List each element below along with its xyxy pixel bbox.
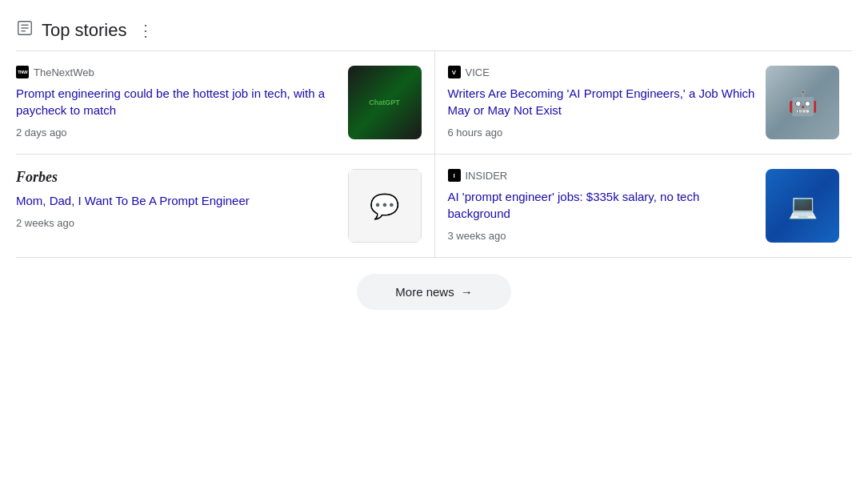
more-news-button[interactable]: More news → xyxy=(357,274,510,310)
story-time: 2 days ago xyxy=(16,127,67,139)
source-row: Forbes xyxy=(16,169,338,186)
source-row: TNW TheNextWeb xyxy=(16,66,338,78)
more-options-icon[interactable]: ⋮ xyxy=(138,21,154,40)
story-item[interactable]: I INSIDER AI 'prompt engineer' jobs: $33… xyxy=(434,155,853,258)
story-image xyxy=(348,169,422,243)
story-time: 3 weeks ago xyxy=(448,230,506,242)
laptop-image xyxy=(766,169,839,243)
story-item[interactable]: TNW TheNextWeb Prompt engineering could … xyxy=(16,51,434,155)
top-stories-section: Top stories ⋮ TNW TheNextWeb Prompt engi… xyxy=(16,8,852,318)
section-title: Top stories xyxy=(42,20,126,41)
source-logo: V xyxy=(448,66,461,78)
story-content: I INSIDER AI 'prompt engineer' jobs: $33… xyxy=(448,169,757,243)
story-image xyxy=(766,66,839,139)
chatgpt-image xyxy=(348,66,422,139)
story-title[interactable]: Writers Are Becoming 'AI Prompt Engineer… xyxy=(448,85,757,118)
source-name: VICE xyxy=(466,66,490,78)
story-content: Forbes Mom, Dad, I Want To Be A Prompt E… xyxy=(16,169,338,230)
ai-hands-image xyxy=(766,66,839,139)
section-header: Top stories ⋮ xyxy=(16,8,852,51)
story-content: TNW TheNextWeb Prompt engineering could … xyxy=(16,66,338,139)
story-item[interactable]: V VICE Writers Are Becoming 'AI Prompt E… xyxy=(434,51,853,155)
source-row: I INSIDER xyxy=(448,169,757,182)
more-news-label: More news xyxy=(395,285,454,299)
arrow-icon: → xyxy=(461,285,473,299)
story-title[interactable]: AI 'prompt engineer' jobs: $335k salary,… xyxy=(448,188,757,222)
story-time: 6 hours ago xyxy=(448,127,503,139)
story-image xyxy=(766,169,839,243)
source-name: TheNextWeb xyxy=(34,66,94,78)
newspaper-icon xyxy=(16,19,34,41)
story-item[interactable]: Forbes Mom, Dad, I Want To Be A Prompt E… xyxy=(16,155,434,258)
story-content: V VICE Writers Are Becoming 'AI Prompt E… xyxy=(448,66,757,139)
story-image xyxy=(348,66,422,139)
source-name: Forbes xyxy=(16,169,58,186)
comic-image xyxy=(348,169,422,243)
source-logo: TNW xyxy=(16,66,29,78)
story-title[interactable]: Prompt engineering could be the hottest … xyxy=(16,85,338,118)
story-time: 2 weeks ago xyxy=(16,217,74,229)
stories-grid: TNW TheNextWeb Prompt engineering could … xyxy=(16,51,852,258)
source-row: V VICE xyxy=(448,66,757,78)
more-news-section: More news → xyxy=(16,258,852,318)
source-logo: I xyxy=(448,169,461,182)
story-title[interactable]: Mom, Dad, I Want To Be A Prompt Engineer xyxy=(16,192,338,209)
source-name: INSIDER xyxy=(466,170,508,182)
